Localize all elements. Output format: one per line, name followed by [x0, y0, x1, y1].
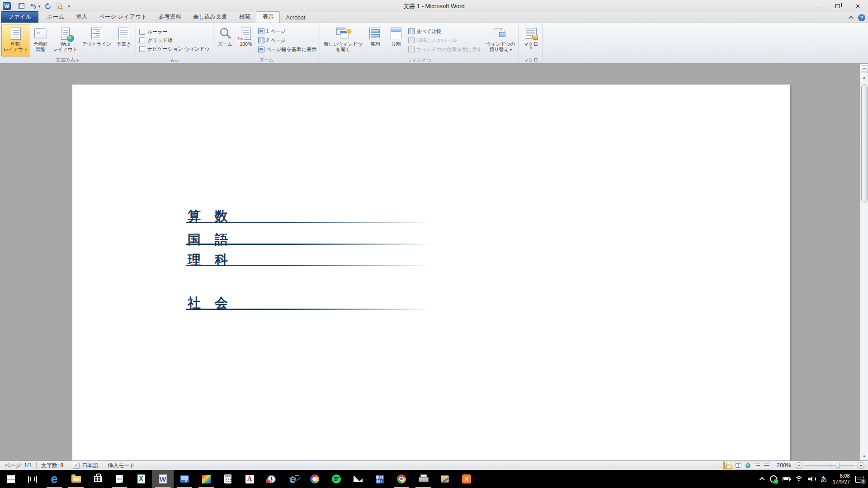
new-window-button[interactable]: 新しいウィンドウ を開く — [321, 24, 365, 56]
page-width-button[interactable]: ページ幅を基準に表示 — [258, 46, 316, 53]
taskbar-clock-app[interactable]: 時? — [260, 470, 282, 488]
switch-windows-button[interactable]: ウィンドウの 切り替え ▾ — [484, 24, 517, 56]
task-view-button[interactable] — [22, 470, 43, 488]
taskbar-adobe-reader[interactable]: A — [239, 470, 260, 488]
taskbar-edge[interactable]: e — [43, 470, 65, 488]
web-layout-button[interactable]: Web レイアウト — [51, 24, 80, 56]
scrollbar-thumb[interactable] — [861, 84, 868, 202]
save-icon — [19, 3, 24, 9]
action-center-icon[interactable]: 2 — [855, 476, 863, 483]
customize-qat-icon[interactable]: ▾ — [68, 4, 71, 9]
zoom-out-button[interactable]: − — [796, 462, 802, 469]
arrange-all-button[interactable]: 整列 — [365, 24, 386, 56]
tab-home[interactable]: ホーム — [41, 12, 70, 23]
taskbar-chrome[interactable] — [391, 470, 412, 488]
save-button[interactable] — [17, 2, 26, 11]
taskbar-mail[interactable] — [347, 470, 369, 488]
taskbar-media-player[interactable] — [304, 470, 326, 488]
gridlines-checkbox-row[interactable]: グリッド線 — [139, 36, 210, 44]
view-side-by-side-button[interactable]: 並べて比較 — [408, 28, 482, 35]
navigation-pane-checkbox[interactable] — [139, 46, 145, 52]
taskbar-japanese-app[interactable]: 駅時刻★ — [369, 470, 391, 488]
taskbar-photos[interactable] — [195, 470, 217, 488]
macros-button[interactable]: マクロ ▾ — [520, 24, 541, 56]
start-button[interactable] — [0, 470, 22, 488]
fullscreen-reading-button[interactable]: 全画面 閲覧 — [30, 24, 51, 56]
minimize-ribbon-icon[interactable] — [849, 16, 854, 21]
status-print-layout-button[interactable] — [724, 462, 733, 469]
zoom-slider-track[interactable] — [805, 465, 855, 466]
zoom-slider-thumb[interactable] — [836, 463, 840, 469]
outline-view-button[interactable]: アウトライン — [80, 24, 113, 56]
tab-mailings[interactable]: 差し込み文書 — [187, 12, 233, 23]
dropdown-arrow-icon: ▾ — [530, 47, 532, 50]
page-indicator[interactable]: ページ: 1/1 — [0, 461, 36, 470]
zoom-in-button[interactable]: + — [858, 462, 864, 469]
word-count[interactable]: 文字数: 8 — [37, 461, 68, 470]
zoom-button[interactable]: ズーム — [215, 24, 236, 56]
tab-insert[interactable]: 挿入 — [70, 12, 93, 23]
print-preview-button[interactable] — [55, 2, 64, 11]
taskbar-file-explorer[interactable] — [65, 470, 87, 488]
undo-dropdown-arrow-icon[interactable]: ▾ — [38, 4, 41, 9]
vertical-scrollbar[interactable]: ▲ ▼ — [860, 64, 868, 460]
taskbar-excel[interactable]: X — [130, 470, 152, 488]
one-page-button[interactable]: 1 ページ — [258, 28, 316, 35]
document-page[interactable]: 算 数 国 語 理 科 社 会 — [72, 84, 790, 460]
tab-acrobat[interactable]: Acrobat — [280, 13, 311, 23]
two-pages-button[interactable]: 2 ページ — [258, 37, 316, 44]
print-layout-button[interactable]: 印刷 レイアウト — [1, 24, 30, 56]
ruler-checkbox-row[interactable]: ルーラー — [139, 28, 210, 36]
tab-file[interactable]: ファイル — [1, 11, 38, 23]
tab-view[interactable]: 表示 — [256, 11, 280, 23]
scroll-up-icon[interactable]: ▲ — [863, 74, 866, 81]
proofing-language[interactable]: 日本語 — [68, 461, 103, 470]
zoom-level[interactable]: 200% — [777, 462, 791, 469]
volume-icon[interactable] — [808, 476, 815, 482]
taskbar-internet-explorer[interactable]: e — [282, 470, 304, 488]
gridlines-checkbox[interactable] — [139, 38, 145, 43]
minimize-button[interactable] — [807, 0, 827, 12]
taskbar-notepad[interactable] — [108, 470, 130, 488]
ruler-toggle-button[interactable] — [861, 65, 868, 73]
word-app-icon[interactable]: W — [3, 2, 11, 10]
restore-button[interactable] — [827, 0, 848, 12]
taskbar-store[interactable] — [87, 470, 108, 488]
wifi-icon[interactable] — [795, 476, 802, 482]
document-text-line[interactable]: 理 科 — [188, 251, 228, 269]
zoom-100-button[interactable]: 100 100% — [236, 24, 256, 56]
insert-mode[interactable]: 挿入モード — [103, 461, 140, 470]
taskbar-spotify[interactable] — [326, 470, 347, 488]
ruler-checkbox[interactable] — [139, 29, 145, 35]
tab-page-layout[interactable]: ページ レイアウト — [93, 12, 153, 23]
help-icon[interactable]: ? — [858, 14, 865, 21]
taskbar-clock[interactable]: 8:08 17/9/27 — [833, 473, 850, 485]
print-layout-icon — [8, 26, 24, 41]
ime-indicator[interactable]: あ — [821, 475, 827, 483]
sync-icon[interactable] — [770, 475, 777, 483]
taskbar-word[interactable]: W — [152, 470, 174, 488]
repeat-button[interactable] — [43, 2, 52, 11]
split-button[interactable]: 分割 — [386, 24, 406, 56]
taskbar-calculator[interactable] — [217, 470, 239, 488]
minimize-icon — [815, 6, 820, 6]
taskbar-pen-tool[interactable] — [434, 470, 456, 488]
status-outline-button[interactable] — [753, 462, 762, 469]
tab-references[interactable]: 参考資料 — [153, 12, 187, 23]
scroll-down-icon[interactable]: ▼ — [863, 453, 866, 460]
taskbar-printer[interactable] — [412, 470, 434, 488]
navigation-pane-checkbox-row[interactable]: ナビゲーション ウィンドウ — [139, 45, 210, 53]
zoom-icon — [217, 26, 233, 41]
status-draft-button[interactable] — [762, 462, 771, 469]
document-text-line[interactable]: 国 語 — [188, 231, 228, 249]
close-button[interactable]: × — [848, 0, 868, 12]
tab-review[interactable]: 校閲 — [233, 12, 256, 23]
taskbar-display-settings[interactable] — [174, 470, 195, 488]
power-icon[interactable] — [783, 477, 790, 481]
taskbar-xampp[interactable]: X — [456, 470, 477, 488]
status-web-layout-button[interactable] — [743, 462, 752, 469]
undo-button[interactable] — [28, 2, 38, 11]
hidden-icons-chevron[interactable] — [760, 477, 764, 482]
draft-view-button[interactable]: 下書き — [113, 24, 134, 56]
status-fullscreen-button[interactable] — [734, 462, 743, 469]
